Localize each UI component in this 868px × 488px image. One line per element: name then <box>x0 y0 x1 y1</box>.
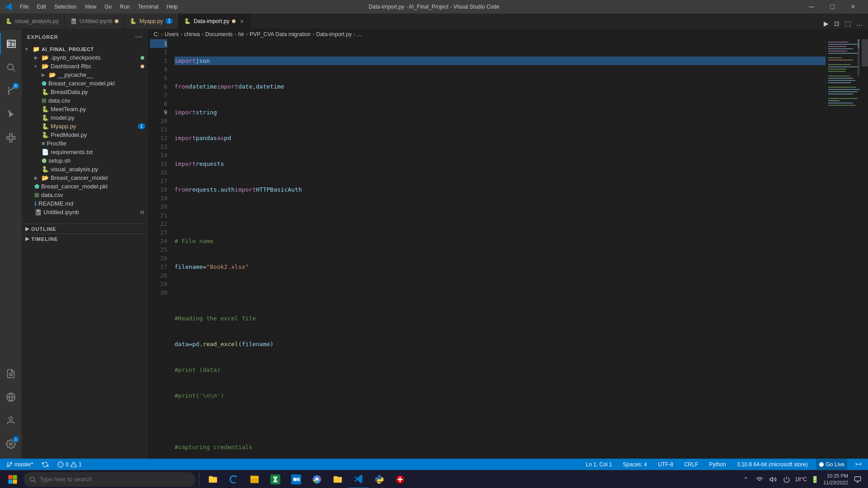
svg-rect-24 <box>828 64 851 65</box>
git-branch-item[interactable]: master* <box>4 459 36 470</box>
split-editor-button[interactable]: ⊡ <box>832 18 841 29</box>
line-ending-item[interactable]: CRLF <box>681 459 701 470</box>
sidebar-breast-cancer-pkl2[interactable]: ⬟ Breast_cancer_model.pkl <box>22 182 148 191</box>
settings-icon[interactable]: 1 <box>0 433 22 455</box>
menu-selection[interactable]: Selection <box>51 2 80 11</box>
sidebar-data-csv[interactable]: ⊞ data.csv <box>22 96 148 105</box>
taskbar-antivirus[interactable] <box>390 470 410 488</box>
weather-icon[interactable] <box>781 474 792 485</box>
tab-label: Untitled.ipynb <box>80 18 113 24</box>
tab-close-icon[interactable]: × <box>238 18 245 25</box>
scroll-thumb[interactable] <box>862 39 868 66</box>
code-content[interactable]: import json from datetime import date, d… <box>171 39 826 459</box>
sidebar-procfile[interactable]: ≡ Procfile <box>22 139 148 148</box>
run-debug-icon[interactable] <box>0 103 22 125</box>
svg-rect-31 <box>828 82 851 83</box>
sidebar-breastdata[interactable]: 🐍 BreastData.py <box>22 88 148 96</box>
run-button[interactable]: ▶ <box>822 18 830 29</box>
svg-rect-6 <box>7 136 9 139</box>
taskbar-chrome[interactable] <box>307 470 327 488</box>
svg-point-44 <box>7 465 9 467</box>
menu-edit[interactable]: Edit <box>33 2 50 11</box>
taskbar-edge[interactable] <box>224 470 244 488</box>
search-bar[interactable] <box>24 472 195 487</box>
notification-button[interactable] <box>851 470 864 488</box>
encoding-item[interactable]: UTF-8 <box>655 459 676 470</box>
outline-header[interactable]: ▶ OUTLINE <box>22 224 148 234</box>
test-icon[interactable] <box>0 363 22 385</box>
svg-line-3 <box>9 89 13 90</box>
toggle-panel-button[interactable]: ⬚ <box>843 18 853 29</box>
search-activity-icon[interactable] <box>0 56 22 78</box>
svg-rect-33 <box>828 89 860 90</box>
taskbar-python[interactable] <box>369 470 389 488</box>
remote-explorer-icon[interactable] <box>0 386 22 408</box>
sidebar-pycache[interactable]: ▶ 📂 __pycache__ <box>22 70 148 79</box>
tab-myapp[interactable]: 🐍 Myapp.py 1 <box>124 14 179 29</box>
sidebar-model[interactable]: 🐍 model.py <box>22 113 148 122</box>
search-input[interactable] <box>40 476 190 483</box>
position-item[interactable]: Ln 1, Col 1 <box>583 459 615 470</box>
sidebar-ipynb-checkpoints[interactable]: ▶ 📂 .ipynb_checkpoints <box>22 53 148 62</box>
taskbar-divider <box>199 473 199 486</box>
menu-go[interactable]: Go <box>101 2 115 11</box>
sidebar-untitled-ipynb[interactable]: 📓 Untitled.ipynb M <box>22 208 148 216</box>
timeline-header[interactable]: ▶ TIMELINE <box>22 234 148 244</box>
code-line-7 <box>175 211 826 220</box>
sidebar-data-csv2[interactable]: ⊞ data.csv <box>22 191 148 199</box>
sidebar-breast-cancer-folder[interactable]: ▶ 📂 Breast_cancer_model <box>22 174 148 182</box>
menu-terminal[interactable]: Terminal <box>134 2 162 11</box>
tab-untitled[interactable]: 📓 Untitled.ipynb <box>65 14 125 29</box>
taskbar-file-manager[interactable] <box>245 470 264 488</box>
taskbar-files[interactable] <box>328 470 348 488</box>
account-icon[interactable] <box>0 410 22 432</box>
sidebar-visual-analysis[interactable]: 🐍 visual_analysis.py <box>22 165 148 174</box>
tab-visual-analysis[interactable]: 🐍 visual_analysis.py <box>0 14 65 29</box>
more-actions-button[interactable]: … <box>854 18 864 29</box>
folder-icon: 📂 <box>42 63 49 70</box>
project-root[interactable]: ▾ 📁 AI_FINAL_PROJECT <box>22 45 148 53</box>
language-item[interactable]: Python <box>707 459 729 470</box>
svg-rect-26 <box>828 69 846 70</box>
sidebar-myapp[interactable]: 🐍 Myapp.py 1 <box>22 122 148 131</box>
explorer-icon[interactable] <box>0 33 22 55</box>
battery-icon[interactable]: 🔋 <box>810 474 821 485</box>
maximize-button[interactable]: □ <box>822 0 843 14</box>
speaker-icon[interactable] <box>768 474 778 485</box>
code-editor[interactable]: 1 2 3 4 5 6 7 8 9 10 11 12 13 14 15 16 1… <box>148 39 868 459</box>
taskbar-app4[interactable] <box>265 470 285 488</box>
sidebar-setup-sh[interactable]: ⬢ setup.sh <box>22 156 148 165</box>
errors-item[interactable]: 0 1 <box>55 459 84 470</box>
chevron-up-icon[interactable]: ⌃ <box>741 474 751 485</box>
broadcast-item[interactable] <box>853 459 864 470</box>
menu-file[interactable]: File <box>16 2 32 11</box>
taskbar-outlook[interactable] <box>286 470 306 488</box>
start-button[interactable] <box>4 470 22 488</box>
code-line-4: import pandas as pd <box>175 134 826 142</box>
clock[interactable]: 10:25 PM 11/23/2022 <box>823 473 848 486</box>
sidebar-meetteam[interactable]: 🐍 MeetTeam.py <box>22 105 148 113</box>
sidebar-breast-cancer-pkl[interactable]: ⬟ Breast_cancer_model.pkl <box>22 79 148 88</box>
taskbar-file-explorer[interactable] <box>203 470 223 488</box>
sidebar-dashboard-rbc[interactable]: ▾ 📂 Dashboard Rbc <box>22 62 148 70</box>
python-version-item[interactable]: 3.10.8 64-bit (microsoft store) <box>734 459 811 470</box>
sidebar-more-icon[interactable]: ··· <box>135 33 142 41</box>
minimize-button[interactable]: ─ <box>801 0 822 14</box>
sidebar-predmodel[interactable]: 🐍 PredModel.py <box>22 131 148 139</box>
network-icon[interactable] <box>754 474 765 485</box>
file-icon: 🐍 <box>184 18 191 24</box>
spaces-item[interactable]: Spaces: 4 <box>620 459 650 470</box>
taskbar-vscode[interactable] <box>349 470 368 488</box>
menu-view[interactable]: View <box>81 2 100 11</box>
extensions-icon[interactable] <box>0 127 22 149</box>
sidebar-readme[interactable]: ℹ README.md <box>22 199 148 208</box>
tab-data-import[interactable]: 🐍 Data-import.py × <box>179 14 251 29</box>
menu-run[interactable]: Run <box>116 2 133 11</box>
source-control-icon[interactable]: 6 <box>0 80 22 102</box>
close-button[interactable]: × <box>843 0 863 14</box>
sidebar-requirements[interactable]: 📄 requirements.txt <box>22 148 148 156</box>
sync-item[interactable] <box>39 459 51 470</box>
scrollbar[interactable] <box>862 39 868 459</box>
go-live-item[interactable]: Go Live <box>816 459 847 470</box>
menu-help[interactable]: Help <box>163 2 182 11</box>
